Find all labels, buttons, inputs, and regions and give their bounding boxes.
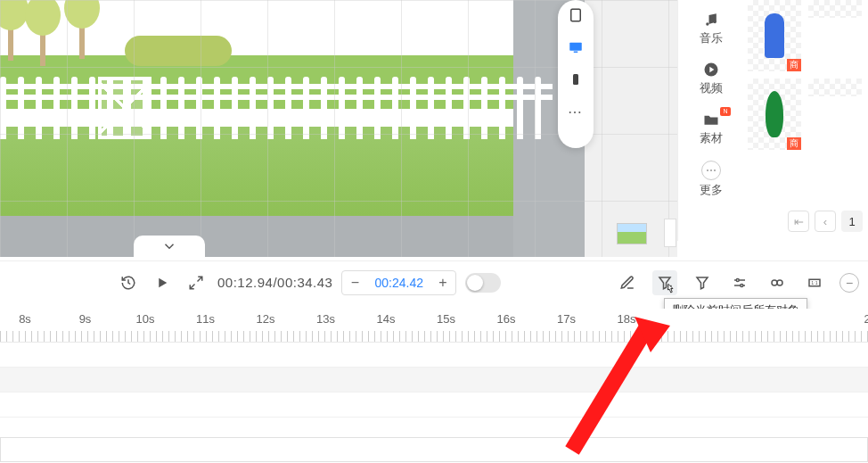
edit-button[interactable] — [615, 270, 640, 295]
zoom-value: 00:24.42 — [367, 276, 430, 290]
svg-point-18 — [741, 284, 743, 286]
ruler-label: 17s — [557, 312, 576, 326]
play-icon — [154, 275, 170, 291]
asset-item[interactable] — [808, 0, 862, 18]
delete-after-button[interactable] — [652, 270, 677, 295]
device-tablet[interactable] — [566, 5, 585, 25]
edit-icon — [619, 275, 635, 291]
svg-rect-3 — [573, 74, 578, 85]
nav-material-label: 素材 — [700, 130, 723, 146]
zoom-in-button[interactable]: + — [430, 270, 455, 295]
svg-point-20 — [777, 280, 782, 285]
timeline-toolbar: 00:12.94/00:34.43 − 00:24.42 + 1:1 − — [0, 260, 868, 303]
asset-item[interactable] — [808, 79, 862, 96]
svg-point-17 — [736, 278, 739, 281]
svg-point-19 — [772, 280, 777, 285]
pager: ⇤ ‹ 1 — [788, 211, 863, 232]
ruler-label: 11s — [196, 312, 215, 326]
ratio-button[interactable]: 1:1 — [802, 270, 827, 295]
nav-material[interactable]: N 素材 — [684, 105, 738, 152]
device-more[interactable]: ⋯ — [566, 102, 585, 121]
ruler-label: 12s — [257, 312, 275, 326]
zoom-control: − 00:24.42 + — [341, 270, 456, 295]
timeline-track[interactable] — [0, 368, 868, 393]
play-circle-icon — [702, 61, 720, 79]
ruler-label: 18s — [618, 312, 636, 326]
ruler-label: 13s — [316, 312, 335, 326]
ruler-label: 14s — [377, 312, 396, 326]
ratio-icon: 1:1 — [807, 275, 823, 291]
link-icon — [769, 275, 785, 291]
device-preview-column: ⋯ — [558, 0, 594, 148]
asset-item[interactable]: 商 — [748, 0, 801, 71]
expand-icon — [188, 275, 204, 291]
fullscreen-button[interactable] — [184, 270, 209, 295]
device-desktop[interactable] — [566, 37, 585, 57]
svg-line-10 — [190, 284, 194, 288]
music-icon — [702, 11, 720, 29]
chevron-down-icon — [161, 238, 177, 254]
svg-rect-1 — [569, 43, 582, 51]
zoom-out-circle[interactable]: − — [839, 273, 859, 293]
history-button[interactable] — [116, 270, 141, 295]
nav-music[interactable]: 音乐 — [684, 5, 738, 52]
toggle-switch[interactable] — [465, 273, 501, 293]
timeline-track[interactable] — [0, 393, 868, 418]
device-mobile[interactable] — [566, 70, 585, 89]
svg-marker-8 — [159, 277, 167, 287]
asset-panel: 音乐 视频 N 素材 ⋯ 更多 商 商 — [677, 0, 868, 241]
timeline-track[interactable] — [0, 343, 868, 368]
scene-thumbnail[interactable] — [617, 223, 647, 244]
ruler-label: 15s — [437, 312, 455, 326]
ruler-label: 9s — [79, 312, 92, 326]
settings-button[interactable] — [727, 270, 752, 295]
history-icon — [120, 275, 136, 291]
asset-tag: 商 — [787, 59, 801, 71]
pager-prev[interactable]: ‹ — [815, 211, 836, 232]
sliders-icon — [732, 275, 748, 291]
zoom-out-button[interactable]: − — [342, 270, 367, 295]
scene-thumbnail-slot[interactable] — [664, 219, 676, 247]
ruler-label: 16s — [497, 312, 516, 326]
svg-point-5 — [714, 21, 717, 23]
pager-current: 1 — [841, 211, 863, 232]
svg-point-4 — [706, 22, 708, 25]
nav-more[interactable]: ⋯ 更多 — [684, 155, 738, 203]
svg-text:1:1: 1:1 — [811, 280, 817, 285]
time-display: 00:12.94/00:34.43 — [217, 275, 332, 290]
ruler-label: 10s — [136, 312, 155, 326]
nav-more-label: 更多 — [700, 182, 723, 198]
pager-first[interactable]: ⇤ — [788, 211, 809, 232]
svg-rect-0 — [571, 9, 581, 21]
svg-marker-14 — [697, 277, 708, 289]
link-button[interactable] — [765, 270, 790, 295]
ruler-label: 2 — [864, 312, 868, 326]
play-button[interactable] — [150, 270, 175, 295]
asset-grid: 商 商 — [744, 0, 868, 241]
ruler-label: 8s — [19, 312, 31, 326]
panel-nav: 音乐 视频 N 素材 ⋯ 更多 — [678, 0, 744, 241]
nav-video-label: 视频 — [700, 80, 723, 96]
asset-tag: 商 — [787, 137, 801, 150]
asset-item[interactable]: 商 — [748, 79, 801, 150]
nav-video[interactable]: 视频 — [684, 55, 738, 102]
timeline-track[interactable] — [0, 437, 868, 462]
filter-icon — [694, 275, 710, 291]
svg-rect-2 — [574, 52, 578, 54]
collapse-tab[interactable] — [134, 236, 205, 257]
nav-music-label: 音乐 — [700, 30, 723, 46]
svg-line-9 — [198, 277, 202, 281]
filter-button[interactable] — [690, 270, 715, 295]
new-badge: N — [720, 107, 731, 116]
more-icon: ⋯ — [701, 161, 721, 180]
filter-remove-icon — [657, 275, 673, 291]
folder-icon — [702, 111, 720, 128]
timeline-ruler[interactable]: 8s9s10s11s12s13s14s15s16s17s18s2 — [0, 309, 868, 343]
ruler-ticks — [0, 331, 868, 342]
